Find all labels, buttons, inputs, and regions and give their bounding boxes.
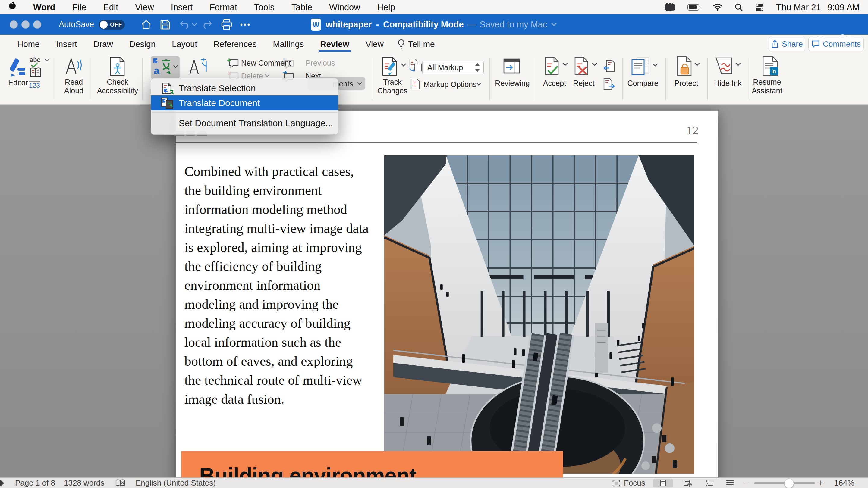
zoom-in-button[interactable]: + [818,478,824,488]
tab-review[interactable]: Review [312,35,358,54]
tab-mailings[interactable]: Mailings [265,35,312,54]
redo-icon[interactable] [203,19,213,30]
tab-references[interactable]: References [205,35,265,54]
share-person-icon[interactable] [838,33,852,46]
next-change-icon[interactable] [603,78,615,90]
accept-icon[interactable] [544,57,559,75]
resume-assistant-icon[interactable]: in [762,56,779,76]
chevron-down-icon[interactable] [694,63,700,66]
menu-item-translate-document[interactable]: Translate Document [151,96,338,110]
tab-tell-me[interactable]: Tell me [405,35,443,54]
tab-home[interactable]: Home [9,35,48,54]
editor-icon[interactable] [10,58,28,78]
spellcheck-status-icon[interactable] [116,479,125,487]
menubar-item-view[interactable]: View [127,0,162,14]
menubar-item-file[interactable]: File [64,0,95,14]
chevron-down-icon[interactable] [562,63,568,66]
translate-button[interactable]: a [151,56,180,79]
web-layout-view-button[interactable] [678,479,698,487]
menubar-item-edit[interactable]: Edit [95,0,127,14]
chevron-down-icon[interactable] [476,83,481,86]
menu-item-set-translation-language[interactable]: Set Document Translation Language... [151,115,338,131]
chevron-down-icon[interactable] [265,74,270,77]
more-commands-icon[interactable] [240,23,250,26]
battery-icon[interactable] [687,4,701,10]
track-changes-icon[interactable] [381,57,398,76]
document-title[interactable]: whitepaper [326,20,372,30]
print-layout-view-button[interactable] [653,479,673,487]
saved-status[interactable]: Saved to my Mac [480,20,547,30]
previous-comment-button[interactable]: Previous [306,59,335,67]
chevron-down-icon[interactable] [735,63,741,66]
print-icon[interactable] [221,19,233,30]
protect-button[interactable]: Protect [673,79,700,88]
tab-insert[interactable]: Insert [48,35,85,54]
spotlight-search-icon[interactable] [735,3,743,11]
hide-ink-icon[interactable] [715,57,733,74]
previous-change-icon[interactable] [603,60,615,72]
focus-button[interactable]: Focus [624,478,645,488]
resume-assistant-button[interactable]: Resume Assistant [743,78,791,95]
saved-status-chevron-icon[interactable] [551,23,557,27]
sidebar-handle[interactable] [0,480,4,487]
menubar-item-insert[interactable]: Insert [162,0,201,14]
compare-icon[interactable] [631,57,651,75]
menubar-item-word[interactable]: Word [25,0,64,14]
draft-view-button[interactable] [720,479,740,487]
undo-icon[interactable] [179,19,189,30]
tab-design[interactable]: Design [121,35,164,54]
reviewing-button[interactable]: Reviewing [494,79,530,88]
chevron-down-icon[interactable] [401,63,406,67]
accept-button[interactable]: Accept [541,79,568,88]
chevron-down-icon[interactable] [652,63,658,67]
read-aloud-button[interactable]: Read Aloud [56,78,92,95]
share-button[interactable]: Share [769,37,805,51]
wifi-icon[interactable] [713,4,722,11]
zoom-percentage[interactable]: 164% [834,478,855,488]
word-count[interactable]: 1328 words [64,478,104,488]
track-changes-button[interactable]: Track Changes [371,78,413,95]
undo-chevron-icon[interactable] [192,23,197,27]
markup-options-button[interactable]: Markup Options [424,80,476,89]
word-count-button[interactable]: 123 [29,79,40,90]
thesaurus-book-icon[interactable] [30,67,41,78]
new-comment-icon[interactable] [227,58,239,69]
zoom-button[interactable] [33,21,41,29]
language-button-icon[interactable] [189,57,208,75]
tab-view[interactable]: View [358,35,392,54]
previous-comment-icon[interactable] [282,58,294,69]
minimize-button[interactable] [22,21,30,29]
tab-draw[interactable]: Draw [85,35,121,54]
close-button[interactable] [10,21,18,29]
chevron-down-icon[interactable] [592,63,597,66]
protect-icon[interactable] [676,56,692,76]
menubar-item-window[interactable]: Window [321,0,369,14]
page-indicator[interactable]: Page 1 of 8 [15,478,55,488]
language-indicator[interactable]: English (United States) [135,478,216,488]
spelling-grammar-button[interactable]: abc [30,56,50,64]
menubar-item-table[interactable]: Table [283,0,321,14]
reject-button[interactable]: Reject [570,79,597,88]
save-icon[interactable] [160,19,170,30]
zoom-slider-knob[interactable] [784,479,794,488]
display-for-review-select[interactable]: All Markup [422,61,484,74]
reject-icon[interactable] [574,57,589,75]
menubar-date[interactable]: Thu Mar 21 [776,2,821,12]
menubar-item-tools[interactable]: Tools [246,0,283,14]
autosave-toggle[interactable]: OFF [99,20,125,30]
zoom-out-button[interactable]: − [744,478,749,488]
control-center-icon[interactable] [755,3,764,11]
home-icon[interactable] [141,19,152,30]
outline-view-button[interactable] [700,479,719,487]
tab-layout[interactable]: Layout [164,35,205,54]
keyboard-icon[interactable] [664,3,675,11]
check-accessibility-icon[interactable] [108,57,126,76]
hide-ink-button[interactable]: Hide Ink [711,79,744,88]
read-aloud-icon[interactable] [65,57,84,75]
search-icon[interactable] [817,34,828,44]
menubar-item-format[interactable]: Format [201,0,246,14]
check-accessibility-button[interactable]: Check Accessibility [89,78,146,95]
body-paragraph[interactable]: Combined with practical cases, the build… [184,162,371,409]
menubar-item-help[interactable]: Help [369,0,404,14]
menu-item-translate-selection[interactable]: Translate Selection [151,81,338,96]
